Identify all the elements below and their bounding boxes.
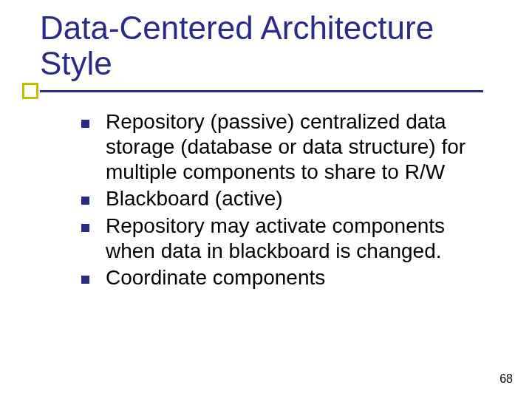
list-item: Blackboard (active) — [81, 186, 495, 211]
slide-title: Data-Centered Architecture Style — [40, 10, 498, 81]
list-item: Repository may activate components when … — [81, 214, 495, 264]
bullet-text: Repository may activate components when … — [106, 214, 495, 264]
bullet-icon — [81, 224, 89, 232]
title-underline — [40, 90, 483, 92]
bullet-list: Repository (passive) centralized data st… — [81, 109, 495, 292]
bullet-text: Repository (passive) centralized data st… — [106, 109, 495, 185]
bullet-icon — [81, 120, 89, 128]
list-item: Repository (passive) centralized data st… — [81, 109, 495, 185]
bullet-icon — [81, 276, 89, 284]
slide: Data-Centered Architecture Style Reposit… — [0, 0, 532, 399]
bullet-text: Coordinate components — [106, 265, 495, 290]
list-item: Coordinate components — [81, 265, 495, 290]
page-number: 68 — [499, 372, 513, 386]
bullet-text: Blackboard (active) — [106, 186, 495, 211]
decorative-corner-box — [22, 83, 38, 99]
bullet-icon — [81, 197, 89, 205]
